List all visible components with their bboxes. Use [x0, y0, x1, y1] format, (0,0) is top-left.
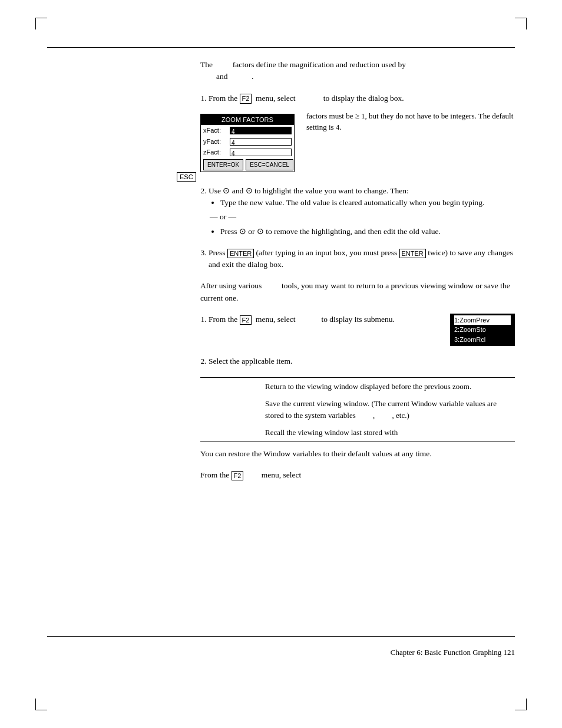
- corner-mark-tr: [515, 18, 527, 29]
- step5-item: Select the applicable item.: [209, 355, 515, 367]
- row-3-content: Recall the viewing window last stored wi…: [265, 427, 515, 439]
- page: ESC The factors define the magnification…: [0, 0, 562, 728]
- step2-text: Use ⊙ and ⊙ to highlight the value you w…: [209, 186, 409, 195]
- dialog-buttons: ENTER=OK ESC=CANCEL: [201, 158, 294, 172]
- f2-key-1: F2: [240, 94, 252, 103]
- zoom-menu: 1:ZoomPrev 2:ZoomSto 3:ZoomRcl: [450, 314, 515, 347]
- step3-item: Press ENTER (after typing in an input bo…: [209, 247, 515, 271]
- zfact-row: zFact: 4: [201, 147, 294, 158]
- last-step-text: From the F2 menu, select: [200, 470, 301, 479]
- row-1-label: [200, 381, 265, 393]
- esc-key-label: ESC: [177, 172, 196, 182]
- step1-block: From the F2 menu, select to display the …: [200, 93, 515, 176]
- zoom-menu-item-3: 3:ZoomRcl: [454, 335, 511, 345]
- yfact-row: yFact: 4: [201, 136, 294, 147]
- step3-block: Press ENTER (after typing in an input bo…: [200, 247, 515, 271]
- step4-block: From the F2 menu, select to display its …: [200, 314, 515, 347]
- yfact-input[interactable]: 4: [230, 138, 292, 146]
- zoom-tools-paragraph: After using various tools, you may want …: [200, 280, 515, 304]
- zoom-tools-text: After using various tools, you may want …: [200, 281, 510, 302]
- bullet-type-value: Type the new value. The old value is cle…: [220, 197, 515, 209]
- table-row-1: Return to the viewing window displayed b…: [200, 378, 515, 396]
- esc-cancel-btn[interactable]: ESC=CANCEL: [246, 159, 293, 170]
- enter-key-2: ENTER: [399, 249, 426, 258]
- xfact-label: xFact:: [203, 126, 230, 136]
- xfact-input[interactable]: 4: [230, 127, 292, 134]
- footer-text: Chapter 6: Basic Function Graphing 121: [391, 648, 515, 657]
- yfact-label: yFact:: [203, 137, 230, 147]
- restore-text: You can restore the Window variables to …: [200, 449, 432, 458]
- row-2-label: [200, 398, 265, 421]
- enter-ok-btn[interactable]: ENTER=OK: [203, 159, 243, 170]
- step2-item: Use ⊙ and ⊙ to highlight the value you w…: [209, 185, 515, 238]
- restore-paragraph: You can restore the Window variables to …: [200, 448, 515, 460]
- step3-text: Press ENTER (after typing in an input bo…: [209, 248, 513, 269]
- zoom-menu-item-1: 1:ZoomPrev: [454, 315, 511, 325]
- corner-mark-bl: [35, 699, 47, 710]
- zfact-input[interactable]: 4: [230, 149, 292, 156]
- step4-text-area: From the F2 menu, select to display its …: [200, 314, 441, 331]
- xfact-row: xFact: 4: [201, 125, 294, 136]
- intro-text-1: The factors define the magnification and…: [200, 60, 406, 69]
- step1-item: From the F2 menu, select to display the …: [209, 93, 515, 104]
- step2-bullets: Type the new value. The old value is cle…: [220, 197, 515, 238]
- bullet-or: — or —: [210, 211, 515, 223]
- zoom-table: Return to the viewing window displayed b…: [200, 377, 515, 442]
- step5-text: Select the applicable item.: [209, 357, 292, 365]
- bullet-press-arrow: Press ⊙ or ⊙ to remove the highlighting,…: [220, 226, 515, 238]
- zoom-menu-item-2: 2:ZoomSto: [454, 325, 511, 335]
- zfact-label: zFact:: [203, 147, 230, 157]
- bottom-rule: [47, 636, 515, 637]
- f2-key-2: F2: [240, 315, 252, 325]
- top-rule: [47, 47, 515, 48]
- step2-block: Use ⊙ and ⊙ to highlight the value you w…: [200, 185, 515, 238]
- table-row-3: Recall the viewing window last stored wi…: [200, 424, 515, 442]
- step4-text: From the F2 menu, select to display its …: [209, 315, 395, 324]
- step1-dialog-area: ZOOM FACTORS xFact: 4 yFact: 4 zFact: 4: [200, 110, 515, 176]
- row-2-content: Save the current viewing window. (The cu…: [265, 398, 515, 421]
- enter-key-1: ENTER: [227, 249, 254, 258]
- dialog-note: factors must be ≥ 1, but they do not hav…: [306, 110, 515, 133]
- intro-paragraph: The factors define the magnification and…: [200, 59, 515, 83]
- row-1-content: Return to the viewing window displayed b…: [265, 381, 515, 393]
- dialog-title: ZOOM FACTORS: [201, 114, 294, 126]
- step1-text: From the F2 menu, select to display the …: [209, 94, 404, 103]
- row-3-label: [200, 427, 265, 439]
- f2-key-3: F2: [232, 471, 244, 480]
- footer: Chapter 6: Basic Function Graphing 121: [47, 648, 515, 657]
- zoom-factors-dialog: ZOOM FACTORS xFact: 4 yFact: 4 zFact: 4: [200, 114, 295, 172]
- step5-block: Select the applicable item.: [200, 355, 515, 367]
- last-step-block: From the F2 menu, select: [200, 469, 515, 481]
- step4-item: From the F2 menu, select to display its …: [209, 314, 441, 325]
- table-row-2: Save the current viewing window. (The cu…: [200, 395, 515, 424]
- corner-mark-br: [515, 699, 527, 710]
- intro-text-2: and .: [200, 72, 253, 81]
- main-content: The factors define the magnification and…: [200, 59, 515, 490]
- corner-mark-tl: [35, 18, 47, 29]
